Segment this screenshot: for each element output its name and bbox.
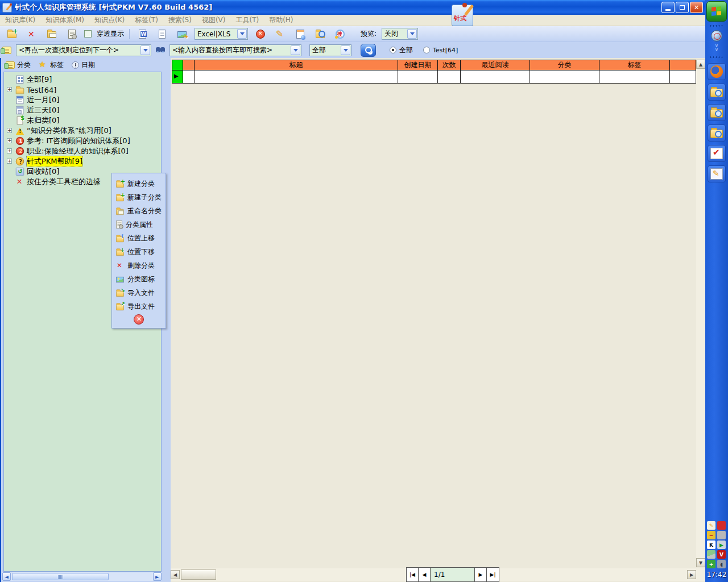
tree-item-uncategorized[interactable]: 未归类[0] xyxy=(4,115,161,126)
ctx-category-properties[interactable]: 分类属性 xyxy=(112,218,166,231)
menu-knowledge-point[interactable]: 知识点(K) xyxy=(89,15,130,25)
firefox-launcher[interactable] xyxy=(708,63,726,80)
pierce-display-checkbox[interactable] xyxy=(84,30,92,38)
edit-button[interactable] xyxy=(273,27,288,40)
column-tag[interactable]: 标签 xyxy=(599,60,670,70)
tree-item-occupation-insurance[interactable]: 职业:保险经理人的知识体系[0] xyxy=(4,146,161,156)
expand-plus-icon[interactable] xyxy=(7,148,12,153)
menu-search[interactable]: 搜索(S) xyxy=(163,15,197,25)
context-menu-close-icon[interactable] xyxy=(134,314,144,325)
prev-page-button[interactable]: ◀ xyxy=(419,568,431,581)
scope-combo[interactable]: 全部 xyxy=(309,44,351,56)
menu-knowledge-base[interactable]: 知识库(K) xyxy=(0,15,40,25)
menu-view[interactable]: 视图(V) xyxy=(197,15,231,25)
column-category[interactable]: 分类 xyxy=(530,60,599,70)
ctx-rename-category[interactable]: 重命名分类 xyxy=(112,204,166,218)
tray-speaker-icon[interactable]: ◖ xyxy=(717,560,726,568)
preview-combo[interactable]: 关闭 xyxy=(382,28,418,40)
expand-plus-icon[interactable] xyxy=(7,138,12,143)
grid-empty-row[interactable] xyxy=(172,70,696,84)
tray-v-icon[interactable]: V xyxy=(717,550,726,559)
scroll-left-icon[interactable]: ◀ xyxy=(171,570,180,579)
next-page-button[interactable]: ▶ xyxy=(475,568,487,581)
tray-pencil-icon[interactable]: ✎ xyxy=(707,521,715,530)
tab-category[interactable]: 分类 xyxy=(6,60,31,70)
rename-button[interactable] xyxy=(44,27,59,40)
folder-search-button[interactable] xyxy=(313,27,328,40)
column-recent-read[interactable]: 最近阅读 xyxy=(461,60,530,70)
ctx-new-subcategory[interactable]: 新建子分类 xyxy=(112,190,166,204)
tray-red-disc-icon[interactable] xyxy=(717,521,726,530)
ctx-category-icon[interactable]: 分类图标 xyxy=(112,272,166,286)
dropdown-arrow-icon[interactable] xyxy=(291,45,300,55)
text-doc-button[interactable] xyxy=(155,27,169,40)
restore-button[interactable] xyxy=(676,2,689,13)
delete-button[interactable] xyxy=(24,27,39,40)
menu-help[interactable]: 帮助(H) xyxy=(264,15,298,25)
column-created-date[interactable]: 创建日期 xyxy=(398,60,438,70)
locate-combo[interactable]: <再点一次查找则定位到下一个> xyxy=(16,44,151,56)
scroll-right-icon[interactable]: ► xyxy=(153,572,162,581)
tree-item-all[interactable]: 全部[9] xyxy=(4,74,161,85)
dropdown-arrow-icon[interactable] xyxy=(341,45,350,55)
scroll-left-icon[interactable]: ◄ xyxy=(2,572,11,581)
ctx-delete-category[interactable]: 删除分类 xyxy=(112,259,166,272)
tree-item-pkm-help[interactable]: 针式PKM帮助[9] xyxy=(4,156,161,167)
tree-item-practice-system[interactable]: “知识分类体系”练习用[0] xyxy=(4,126,161,136)
tab-tags[interactable]: 标签 xyxy=(39,60,64,70)
scroll-right-icon[interactable]: ▶ xyxy=(687,570,696,579)
radio-test[interactable] xyxy=(423,47,430,53)
main-vscrollbar[interactable]: ▲ ▼ xyxy=(696,60,705,567)
properties-button[interactable] xyxy=(64,27,79,40)
close-button[interactable]: ✕ xyxy=(690,2,703,13)
expand-plus-icon[interactable] xyxy=(7,87,12,92)
folder-launcher-1[interactable] xyxy=(708,84,726,101)
column-count[interactable]: 次数 xyxy=(438,60,461,70)
folder-launcher-3[interactable] xyxy=(708,124,726,142)
keyword-search-combo[interactable]: <输入内容直接按回车即可搜索> xyxy=(169,44,301,56)
last-page-button[interactable]: ▶| xyxy=(487,568,499,581)
ctx-export-file[interactable]: 导出文件 xyxy=(112,300,166,313)
category-comment-icon[interactable] xyxy=(2,47,11,54)
left-panel-hscrollbar[interactable]: ◄ ► xyxy=(2,572,162,581)
tray-shield-plus-icon[interactable]: + xyxy=(707,560,715,568)
checkmark-launcher[interactable] xyxy=(708,145,726,162)
dropdown-arrow-icon[interactable] xyxy=(407,29,417,39)
chevron-down-icon[interactable]: ∨∨ xyxy=(714,43,718,51)
pkm-desktop-icon[interactable]: 针式 xyxy=(452,5,473,26)
notes-launcher[interactable] xyxy=(708,165,726,182)
tree-item-last-month[interactable]: 近一月[0] xyxy=(4,95,161,105)
tree-item-reference-it[interactable]: 参考: IT咨询顾问的知识体系[0] xyxy=(4,136,161,146)
tray-database-run-icon[interactable]: ▶ xyxy=(717,541,726,549)
tray-gray-disc-icon[interactable] xyxy=(717,531,726,539)
scroll-thumb[interactable] xyxy=(12,573,109,580)
radio-all[interactable] xyxy=(390,47,396,53)
ctx-move-up[interactable]: 位置上移 xyxy=(112,231,166,245)
excel-export-combo[interactable]: Excel|XLS xyxy=(195,28,248,40)
column-title[interactable]: 标题 xyxy=(195,60,398,70)
menu-knowledge-system[interactable]: 知识体系(M) xyxy=(40,15,89,25)
ctx-new-category[interactable]: 新建分类 xyxy=(112,177,166,190)
browser-globe-icon[interactable] xyxy=(711,30,722,41)
minimize-button[interactable] xyxy=(661,2,675,13)
menu-tags[interactable]: 标签(T) xyxy=(130,15,163,25)
tray-kaspersky-icon[interactable]: K xyxy=(707,541,715,549)
search-button[interactable] xyxy=(361,44,376,57)
ctx-import-file[interactable]: 导入文件 xyxy=(112,286,166,300)
first-page-button[interactable]: |◀ xyxy=(407,568,419,581)
scroll-up-icon[interactable]: ▲ xyxy=(696,60,705,69)
tray-image-icon[interactable] xyxy=(707,550,715,559)
stop-button[interactable] xyxy=(253,27,268,40)
folder-launcher-2[interactable] xyxy=(708,104,726,121)
sou-search-button[interactable] xyxy=(333,27,348,40)
new-knowledge-button[interactable] xyxy=(5,27,19,40)
tree-item-last-3-days[interactable]: 近三天[0] xyxy=(4,105,161,115)
expand-plus-icon[interactable] xyxy=(7,159,12,164)
start-button[interactable] xyxy=(706,1,727,22)
report-view-button[interactable] xyxy=(293,27,308,40)
ctx-move-down[interactable]: 位置下移 xyxy=(112,245,166,259)
binoculars-icon[interactable] xyxy=(156,45,165,55)
expand-plus-icon[interactable] xyxy=(7,128,12,133)
word-export-button[interactable] xyxy=(135,27,150,40)
menu-tools[interactable]: 工具(T) xyxy=(230,15,264,25)
